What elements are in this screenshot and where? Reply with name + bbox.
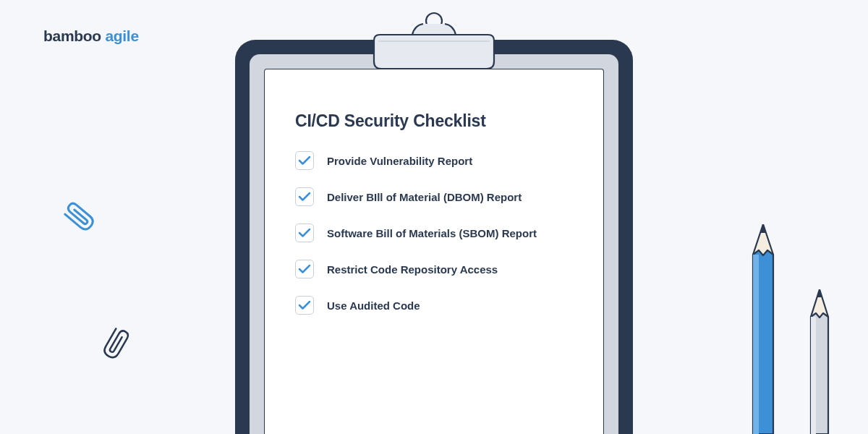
- pencil-icon: [749, 224, 778, 434]
- checklist-item: Provide Vulnerability Report: [295, 151, 573, 170]
- checkmark-icon: [295, 151, 314, 170]
- checklist-item-label: Provide Vulnerability Report: [327, 155, 472, 167]
- checklist-item: Deliver BIll of Material (DBOM) Report: [295, 187, 573, 206]
- checkmark-icon: [295, 224, 314, 242]
- checklist-item: Software Bill of Materials (SBOM) Report: [295, 224, 573, 242]
- checklist-item: Restrict Code Repository Access: [295, 260, 573, 278]
- checklist-paper: CI/CD Security Checklist Provide Vulnera…: [264, 69, 604, 434]
- brand-word-2: agile: [105, 27, 138, 44]
- checkmark-icon: [295, 296, 314, 315]
- paperclip-icon: [94, 322, 137, 365]
- checklist-item-label: Deliver BIll of Material (DBOM) Report: [327, 191, 522, 203]
- checkmark-icon: [295, 260, 314, 278]
- paperclip-icon: [58, 195, 101, 239]
- checklist-item-label: Use Audited Code: [327, 299, 420, 312]
- checklist-item-label: Software Bill of Materials (SBOM) Report: [327, 227, 537, 239]
- checkmark-icon: [295, 187, 314, 206]
- svg-rect-9: [811, 317, 816, 434]
- checklist-title: CI/CD Security Checklist: [295, 111, 573, 131]
- clipboard-clip-icon: [373, 9, 495, 77]
- brand-word-1: bamboo: [43, 27, 101, 44]
- checklist-item: Use Audited Code: [295, 296, 573, 315]
- svg-rect-5: [753, 255, 759, 434]
- pencil-icon: [807, 289, 832, 434]
- brand-logo: bamboo agile: [43, 27, 139, 45]
- clipboard: CI/CD Security Checklist Provide Vulnera…: [235, 40, 633, 434]
- checklist-item-label: Restrict Code Repository Access: [327, 263, 498, 276]
